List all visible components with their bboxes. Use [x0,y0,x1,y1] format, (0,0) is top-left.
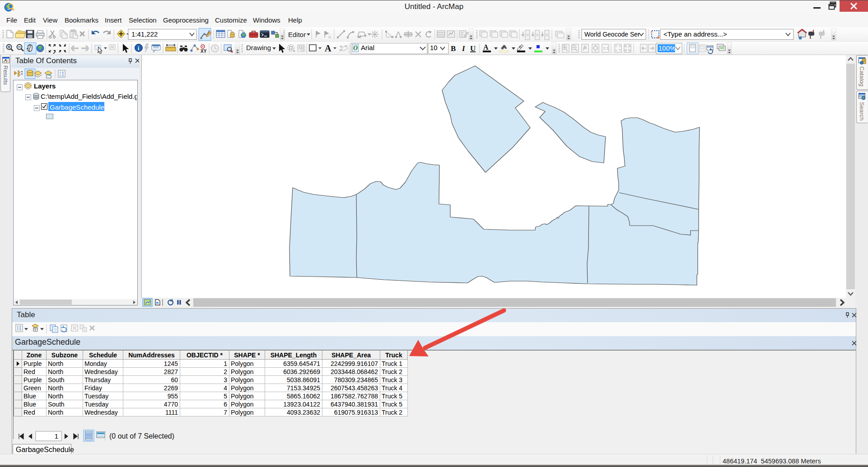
svg-text:Editor: Editor [288,31,306,38]
svg-text:<Type an address...>: <Type an address...> [663,30,727,38]
svg-text:O: O [353,45,358,51]
svg-text:World Geocode Ser: World Geocode Ser [584,31,640,38]
svg-text:A: A [483,43,489,51]
svg-text:1:1: 1:1 [603,46,609,51]
svg-text:Arial: Arial [361,44,374,51]
svg-text:I: I [462,44,466,53]
svg-text:B: B [451,44,456,53]
svg-text:A: A [325,43,331,53]
svg-text:U: U [470,44,476,53]
svg-text:A: A [328,35,331,39]
svg-text:Drawing: Drawing [246,44,271,51]
svg-text:1:41,222: 1:41,222 [131,30,158,38]
svg-text:XY: XY [201,49,207,54]
svg-text:(0 out of 7 Selected): (0 out of 7 Selected) [109,432,174,440]
svg-text:10: 10 [430,44,438,51]
svg-text:1: 1 [55,432,58,440]
svg-text:100%: 100% [658,44,676,52]
